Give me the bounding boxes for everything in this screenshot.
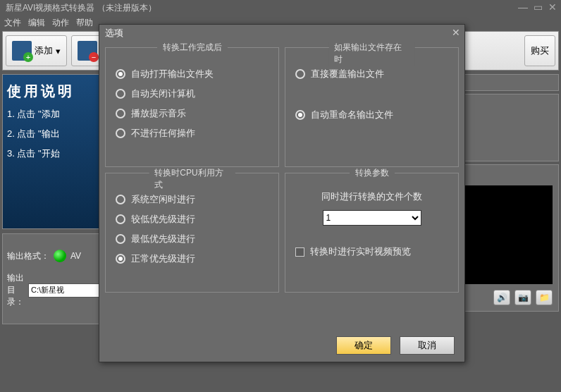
- radio-rename[interactable]: 自动重命名输出文件: [295, 109, 448, 121]
- radio-do-nothing[interactable]: 不进行任何操作: [116, 127, 269, 140]
- modal-backdrop: 选项 ✕ 转换工作完成后 自动打开输出文件夹 自动关闭计算机 播放提示音乐 不进…: [0, 0, 561, 392]
- dialog-title: 选项: [105, 27, 123, 38]
- group-file-exists: 如果输出文件存在时 直接覆盖输出文件 自动重命名输出文件: [285, 47, 459, 167]
- group-cpu-priority: 转换时CPU利用方式 系统空闲时进行 较低优先级进行 最低优先级进行 正常优先级…: [105, 173, 279, 293]
- radio-open-folder[interactable]: 自动打开输出文件夹: [116, 68, 269, 80]
- radio-icon: [116, 89, 125, 99]
- checkbox-icon: [295, 247, 304, 257]
- radio-icon: [116, 214, 125, 224]
- radio-icon: [116, 109, 125, 118]
- radio-icon: [116, 254, 125, 264]
- dialog-close-icon[interactable]: ✕: [452, 27, 460, 38]
- radio-icon: [116, 195, 125, 204]
- radio-icon: [295, 69, 305, 79]
- radio-normal[interactable]: 正常优先级进行: [116, 252, 269, 265]
- radio-shutdown[interactable]: 自动关闭计算机: [116, 87, 269, 100]
- radio-idle[interactable]: 系统空闲时进行: [116, 193, 269, 206]
- radio-icon: [295, 110, 305, 120]
- group-convert-params: 转换参数 同时进行转换的文件个数 1 转换时进行实时视频预览: [285, 173, 459, 293]
- realtime-preview-checkbox[interactable]: 转换时进行实时视频预览: [295, 245, 448, 258]
- radio-icon: [116, 234, 125, 244]
- radio-overwrite[interactable]: 直接覆盖输出文件: [295, 68, 448, 80]
- dialog-title-bar: 选项 ✕: [99, 25, 464, 42]
- radio-icon: [116, 69, 125, 79]
- radio-play-sound[interactable]: 播放提示音乐: [116, 107, 269, 120]
- group-after-convert: 转换工作完成后 自动打开输出文件夹 自动关闭计算机 播放提示音乐 不进行任何操作: [105, 47, 279, 167]
- group-after-convert-title: 转换工作完成后: [157, 42, 228, 54]
- concurrent-count-label: 同时进行转换的文件个数: [295, 190, 448, 203]
- group-convert-params-title: 转换参数: [350, 167, 395, 179]
- group-file-exists-title: 如果输出文件存在时: [328, 42, 415, 66]
- cancel-button[interactable]: 取消: [400, 336, 455, 355]
- group-cpu-priority-title: 转换时CPU利用方式: [149, 167, 235, 191]
- radio-icon: [116, 128, 125, 138]
- options-dialog: 选项 ✕ 转换工作完成后 自动打开输出文件夹 自动关闭计算机 播放提示音乐 不进…: [99, 24, 465, 362]
- radio-lowest[interactable]: 最低优先级进行: [116, 233, 269, 245]
- ok-button[interactable]: 确定: [336, 336, 391, 355]
- concurrent-count-select[interactable]: 1: [323, 210, 421, 226]
- radio-lower[interactable]: 较低优先级进行: [116, 213, 269, 226]
